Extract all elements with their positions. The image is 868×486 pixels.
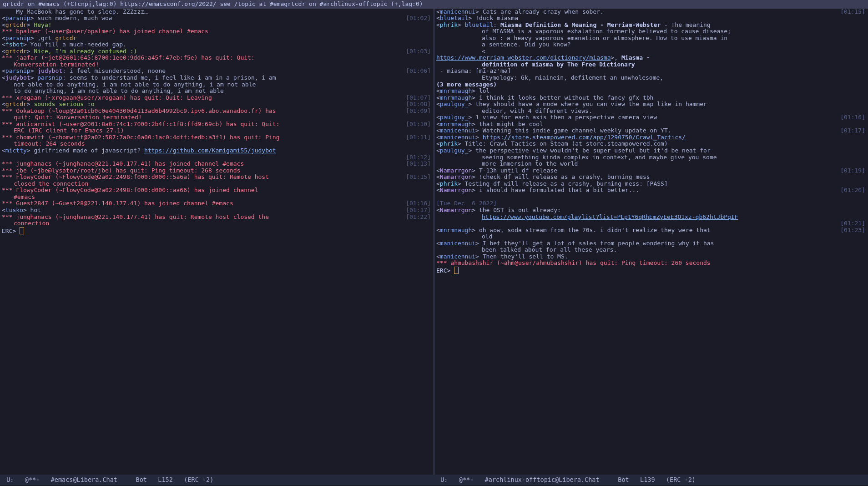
prompt-line[interactable]: ERC>: [436, 267, 866, 274]
message-text: > i think it looks better without the fa…: [472, 94, 653, 101]
link-text[interactable]: https://github.com/Kamigami55/judybot: [144, 147, 276, 154]
chat-line: *** Guest2847 (~Guest28@221.140.177.41) …: [2, 200, 432, 207]
chat-line: *** junghanacs (~junghanac@221.140.177.4…: [2, 161, 432, 167]
chat-line: <phrik> bluetail: Miasma Definition & Me…: [436, 22, 866, 88]
message-text: >,: [611, 54, 621, 61]
message-text: <: [2, 41, 5, 48]
nick-text: mnrmnaugh: [440, 121, 472, 127]
message-text: <: [436, 101, 440, 107]
message-text: <: [436, 114, 440, 121]
chat-line: <paulguy_> they should have a mode where…: [436, 101, 866, 114]
timestamp: [01:08]: [406, 101, 431, 108]
left-pane[interactable]: My MacBook has gone to sleep. ZZZzzz…<pa…: [0, 9, 434, 475]
timestamp: [01:06]: [406, 68, 431, 75]
chat-line: <grtcdr> Heya!: [2, 22, 432, 29]
message-text: <: [436, 207, 440, 213]
message-text: a sentence. Did you know?: [436, 41, 839, 48]
timestamp: [01:03]: [406, 48, 431, 55]
message-text: <: [436, 187, 440, 193]
nick-text: manicennui: [440, 253, 475, 260]
timestamp: [01:17]: [406, 207, 431, 214]
message-text: *** jbe (~jbe@lysator/root/jbe) has quit…: [2, 167, 240, 174]
timestamp: [01:23]: [840, 227, 865, 234]
message-text: > T-13h until df release: [472, 167, 557, 174]
message-text: > Cats are already crazy when sober.: [475, 9, 604, 15]
message-text: > !duck miasma: [468, 15, 518, 21]
message-text: <: [2, 74, 5, 81]
message-text: timeout: 264 seconds: [2, 141, 404, 147]
nick-text: mnrmnaugh: [440, 227, 472, 233]
chat-line: <parsnip> ,grt grtcdr: [2, 35, 432, 42]
chat-line: <Namarrgon> i should have formulated tha…: [436, 187, 866, 194]
link-text[interactable]: https://www.merriam-webster.com/dictiona…: [436, 54, 611, 61]
message-text: *** chomwitt (~chomwitt@2a02:587:7a0c:6a…: [2, 134, 279, 141]
chat-line: *** anticarnist (~user@2001:8a0:74c1:700…: [2, 121, 432, 134]
message-text: Miasma -: [621, 54, 650, 61]
nick-text: judybot: [5, 74, 30, 81]
message-text: not able to do anything, i am not able t…: [2, 81, 404, 88]
chat-line: <manicennui> I bet they'll get a lot of …: [436, 240, 866, 253]
modeline-left: U: @**- #emacs@Libera.Chat Bot L152 (ERC…: [0, 475, 434, 485]
message-text: Etymology: Gk, miainein, defilement an u…: [436, 75, 839, 81]
message-text: > i should have formulated that a bit be…: [472, 187, 639, 193]
chat-line: [01:21]: [436, 220, 866, 227]
chat-line: <mnrmnaugh> that might be cool: [436, 121, 866, 128]
message-text: <: [2, 147, 5, 154]
chat-line: <Namarrgon> T-13h until df release[01:19…: [436, 167, 866, 174]
chat-line: *** FlowyCoder (~FlowyCode@2a02:2498:f00…: [2, 187, 432, 200]
message-text: Heya!: [34, 21, 51, 28]
right-pane[interactable]: <manicennui> Cats are already crazy when…: [434, 9, 868, 475]
link-text[interactable]: https://store.steampowered.com/app/12907…: [483, 134, 686, 141]
message-text: <: [2, 21, 5, 28]
message-text: <: [2, 35, 5, 41]
chat-line: *** OokaLoup (~loup@2a01cb0c0e404300d411…: [2, 108, 432, 121]
message-text: *** xrogaan (~xrogaan@user/xrogaan) has …: [2, 94, 212, 101]
nick-text: Namarrgon: [440, 173, 472, 180]
nick-text: Namarrgon: [440, 167, 472, 174]
message-text: old: [436, 233, 839, 240]
message-text: - miasma: [mī·az'mə]: [436, 67, 511, 74]
link-text[interactable]: https://www.youtube.com/playlist?list=PL…: [436, 214, 839, 221]
message-text: <: [2, 101, 5, 107]
message-text: > that might be cool: [472, 121, 543, 127]
message-text: phrik: [440, 21, 458, 28]
chat-line: [436, 194, 866, 201]
message-text: <: [436, 253, 440, 260]
message-text: > 1 view for each axis then a perspectiv…: [468, 114, 657, 121]
message-text: > such modern, much wow: [30, 15, 112, 21]
timestamp: [01:19]: [840, 167, 865, 174]
message-text: [2, 154, 5, 161]
nick-text: parsnip: [5, 15, 30, 21]
message-text: definition of miasma by The Free Diction…: [436, 61, 839, 68]
chat-line: *** jbe (~jbe@lysator/root/jbe) has quit…: [2, 167, 432, 174]
message-text: *** OokaLoup (~loup@2a01cb0c0e404300d411…: [2, 107, 276, 114]
erc-prompt: ERC>: [2, 228, 20, 234]
message-text: > !check df will release as a crashy, bu…: [472, 173, 650, 180]
chat-line: <Namarrgon> !check df will release as a …: [436, 174, 866, 181]
message-text: > Title: Crawl Tactics on Steam (at stor…: [458, 140, 668, 147]
chat-line: <parsnip> such modern, much wow[01:02]: [2, 15, 432, 22]
message-text: sounds serious :o: [34, 101, 94, 107]
message-text: <: [436, 127, 440, 134]
chat-line: <grtcdr> Nice, I'm already confused :)[0…: [2, 48, 432, 55]
message-text: : i feel misunderstood, noone: [62, 67, 166, 74]
nick-text: mictty: [5, 147, 27, 154]
chat-line: *** ahmubashshir (~ahm@user/ahmubashshir…: [436, 260, 866, 267]
modeline-right: U: @**- #archlinux-offtopic@Libera.Chat …: [434, 475, 868, 485]
message-text: grtcdr: [5, 48, 27, 55]
message-text: <: [436, 173, 440, 180]
message-text: <: [436, 48, 839, 55]
message-text: *** FlowyCoder (~FlowyCode@2a02:2498:f00…: [2, 187, 258, 193]
message-text: <: [436, 167, 440, 174]
message-text: > You fill a much-needed gap.: [23, 41, 126, 48]
message-text: phrik: [440, 180, 458, 187]
message-text: <: [2, 15, 5, 21]
prompt-line[interactable]: ERC>: [2, 227, 432, 235]
timestamp: [01:13]: [406, 161, 431, 167]
message-text: also : a heavy vaporous emanation or atm…: [436, 35, 839, 42]
timestamp: [01:15]: [406, 174, 431, 181]
timestamp: [01:21]: [840, 220, 865, 227]
nick-text: judybot: [37, 67, 62, 74]
message-text: > lol: [472, 87, 490, 94]
message-text: (3 more messages): [436, 81, 497, 88]
